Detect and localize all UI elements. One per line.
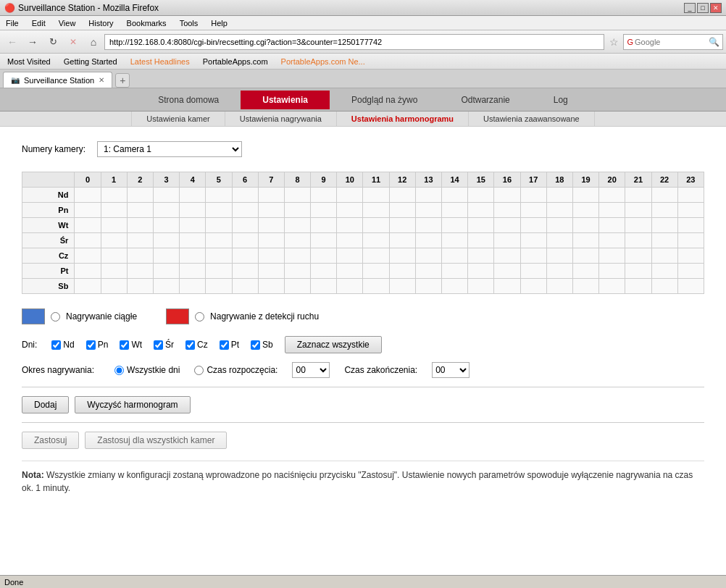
cell-pt-10[interactable] xyxy=(337,264,363,279)
subnav-ustawienia-harmonogramu[interactable]: Ustawienia harmonogramu xyxy=(337,112,469,126)
cell-śr-21[interactable] xyxy=(625,233,651,248)
cell-pn-12[interactable] xyxy=(389,203,415,218)
nav-strona-domowa[interactable]: Strona domowa xyxy=(136,91,241,109)
cell-nd-5[interactable] xyxy=(206,188,232,203)
cell-nd-18[interactable] xyxy=(546,188,572,203)
cell-pt-11[interactable] xyxy=(363,264,389,279)
czas-rozp-select[interactable]: 00 xyxy=(292,362,330,378)
new-tab-button[interactable]: + xyxy=(115,73,130,88)
checkbox-sr-input[interactable] xyxy=(154,340,163,350)
cell-cz-16[interactable] xyxy=(494,248,520,264)
cell-pt-22[interactable] xyxy=(651,264,677,279)
refresh-button[interactable]: ↻ xyxy=(43,33,62,51)
cell-cz-17[interactable] xyxy=(520,248,546,264)
cell-śr-14[interactable] xyxy=(442,233,468,248)
cell-cz-15[interactable] xyxy=(468,248,494,264)
cell-śr-6[interactable] xyxy=(232,233,258,248)
cell-sb-2[interactable] xyxy=(127,279,153,294)
cell-sb-22[interactable] xyxy=(651,279,677,294)
cell-wt-7[interactable] xyxy=(258,218,284,233)
cell-cz-6[interactable] xyxy=(232,248,258,264)
cell-pn-19[interactable] xyxy=(572,203,598,218)
cell-nd-6[interactable] xyxy=(232,188,258,203)
cell-pt-20[interactable] xyxy=(599,264,625,279)
nav-log[interactable]: Log xyxy=(532,91,590,109)
cell-wt-14[interactable] xyxy=(442,218,468,233)
nav-odtwarzanie[interactable]: Odtwarzanie xyxy=(439,91,531,109)
restore-button[interactable]: □ xyxy=(697,3,709,13)
cell-cz-1[interactable] xyxy=(101,248,127,264)
cell-wt-21[interactable] xyxy=(625,218,651,233)
cell-wt-18[interactable] xyxy=(546,218,572,233)
subnav-ustawienia-kamer[interactable]: Ustawienia kamer xyxy=(131,112,225,126)
cell-śr-17[interactable] xyxy=(520,233,546,248)
tab-close-button[interactable]: ✕ xyxy=(99,76,104,84)
cell-sb-10[interactable] xyxy=(337,279,363,294)
cell-wt-15[interactable] xyxy=(468,218,494,233)
cell-śr-19[interactable] xyxy=(572,233,598,248)
browser-tab[interactable]: 📷 Surveillance Station ✕ xyxy=(3,72,112,88)
cell-pt-1[interactable] xyxy=(101,264,127,279)
back-button[interactable]: ← xyxy=(3,33,22,51)
cell-cz-8[interactable] xyxy=(284,248,310,264)
dodaj-button[interactable]: Dodaj xyxy=(22,396,69,413)
cell-pt-13[interactable] xyxy=(415,264,441,279)
cell-wt-6[interactable] xyxy=(232,218,258,233)
cell-pn-18[interactable] xyxy=(546,203,572,218)
cell-pt-23[interactable] xyxy=(677,264,704,279)
cell-pt-19[interactable] xyxy=(572,264,598,279)
cell-sb-5[interactable] xyxy=(206,279,232,294)
cell-pt-2[interactable] xyxy=(127,264,153,279)
cell-nd-23[interactable] xyxy=(677,188,704,203)
cell-wt-8[interactable] xyxy=(284,218,310,233)
cell-nd-22[interactable] xyxy=(651,188,677,203)
cell-śr-18[interactable] xyxy=(546,233,572,248)
cell-sb-18[interactable] xyxy=(546,279,572,294)
bookmark-portableapps-ne[interactable]: PortableApps.com Ne... xyxy=(277,56,370,67)
cell-pn-9[interactable] xyxy=(311,203,337,218)
cell-wt-11[interactable] xyxy=(363,218,389,233)
cell-cz-11[interactable] xyxy=(363,248,389,264)
cell-śr-16[interactable] xyxy=(494,233,520,248)
cell-pt-15[interactable] xyxy=(468,264,494,279)
cell-pt-17[interactable] xyxy=(520,264,546,279)
nav-podglad[interactable]: Podgląd na żywo xyxy=(330,91,439,109)
cell-wt-0[interactable] xyxy=(75,218,101,233)
cell-cz-3[interactable] xyxy=(153,248,179,264)
cell-śr-8[interactable] xyxy=(284,233,310,248)
menu-edit[interactable]: Edit xyxy=(29,17,49,29)
cell-wt-1[interactable] xyxy=(101,218,127,233)
cell-pn-17[interactable] xyxy=(520,203,546,218)
cell-pn-10[interactable] xyxy=(337,203,363,218)
cell-sb-13[interactable] xyxy=(415,279,441,294)
cell-sb-20[interactable] xyxy=(599,279,625,294)
cell-pn-23[interactable] xyxy=(677,203,704,218)
menu-history[interactable]: History xyxy=(85,17,116,29)
cell-wt-17[interactable] xyxy=(520,218,546,233)
camera-selector[interactable]: 1: Camera 1 xyxy=(97,141,242,157)
menu-view[interactable]: View xyxy=(56,17,79,29)
cell-sb-17[interactable] xyxy=(520,279,546,294)
menu-file[interactable]: File xyxy=(3,17,22,29)
bookmark-getting-started[interactable]: Getting Started xyxy=(59,56,122,67)
cell-pt-14[interactable] xyxy=(442,264,468,279)
cell-śr-7[interactable] xyxy=(258,233,284,248)
cell-sb-14[interactable] xyxy=(442,279,468,294)
cell-sb-1[interactable] xyxy=(101,279,127,294)
czas-zak-select[interactable]: 00 xyxy=(432,362,470,378)
cell-pt-0[interactable] xyxy=(75,264,101,279)
wyczysc-button[interactable]: Wyczyść harmonogram xyxy=(75,396,190,413)
cell-pn-21[interactable] xyxy=(625,203,651,218)
cell-nd-0[interactable] xyxy=(75,188,101,203)
cell-cz-5[interactable] xyxy=(206,248,232,264)
cell-śr-20[interactable] xyxy=(599,233,625,248)
cell-pt-12[interactable] xyxy=(389,264,415,279)
cell-pn-20[interactable] xyxy=(599,203,625,218)
zastosuj-all-button[interactable]: Zastosuj dla wszystkich kamer xyxy=(85,432,227,449)
cell-cz-23[interactable] xyxy=(677,248,704,264)
cell-nd-14[interactable] xyxy=(442,188,468,203)
cell-śr-13[interactable] xyxy=(415,233,441,248)
checkbox-pn-input[interactable] xyxy=(86,340,96,350)
cell-nd-21[interactable] xyxy=(625,188,651,203)
cell-nd-16[interactable] xyxy=(494,188,520,203)
